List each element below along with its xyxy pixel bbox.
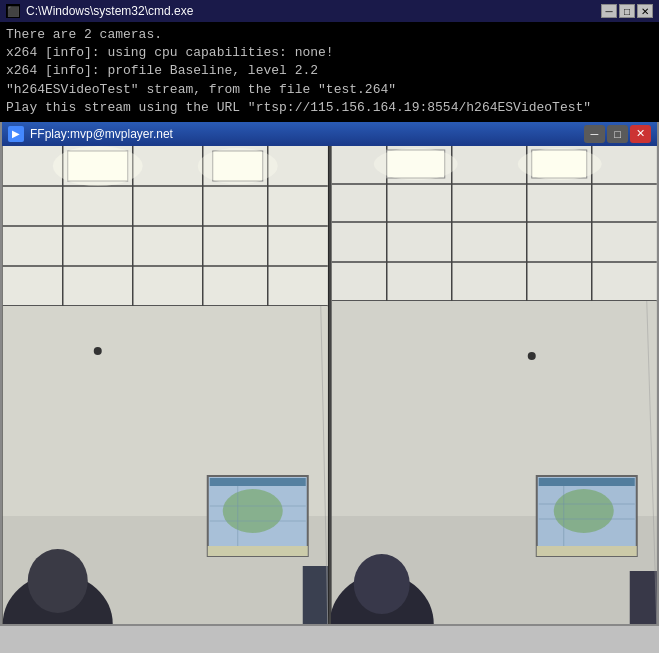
ffplay-titlebar-buttons: ─ □ ✕ xyxy=(584,125,651,143)
svg-point-15 xyxy=(198,148,278,184)
ffplay-window: ▶ FFplay:mvp@mvplayer.net ─ □ ✕ xyxy=(0,122,659,626)
svg-rect-26 xyxy=(208,546,308,556)
svg-point-43 xyxy=(517,148,601,180)
svg-point-49 xyxy=(527,352,535,360)
svg-point-18 xyxy=(94,347,102,355)
ffplay-close-button[interactable]: ✕ xyxy=(630,125,651,143)
svg-point-52 xyxy=(553,489,613,533)
svg-rect-29 xyxy=(303,566,328,624)
cmd-line-6: Play this stream using the URL "rtsp://1… xyxy=(6,99,653,117)
svg-rect-22 xyxy=(210,478,306,486)
video-frame-right xyxy=(329,146,658,624)
svg-rect-53 xyxy=(538,478,634,486)
svg-rect-57 xyxy=(536,546,636,556)
ffplay-maximize-button[interactable]: □ xyxy=(607,125,628,143)
room-bg-left xyxy=(2,146,329,624)
ffplay-titlebar: ▶ FFplay:mvp@mvplayer.net ─ □ ✕ xyxy=(2,122,657,146)
cmd-window: ⬛ C:\Windows\system32\cmd.exe ─ □ ✕ Ther… xyxy=(0,0,659,122)
svg-point-21 xyxy=(223,489,283,533)
cmd-minimize-button[interactable]: ─ xyxy=(601,4,617,18)
video-frame-left xyxy=(2,146,329,624)
cmd-icon: ⬛ xyxy=(6,4,20,18)
cmd-line-3: x264 [info]: profile Baseline, level 2.2 xyxy=(6,62,653,80)
ffplay-minimize-button[interactable]: ─ xyxy=(584,125,605,143)
svg-rect-60 xyxy=(629,571,656,624)
room-svg-left xyxy=(2,146,329,624)
cmd-line-2: x264 [info]: using cpu capabilities: non… xyxy=(6,44,653,62)
video-area xyxy=(2,146,657,624)
ffplay-icon: ▶ xyxy=(8,126,24,142)
svg-point-46 xyxy=(373,148,457,180)
room-svg-right xyxy=(331,146,658,624)
cmd-content: There are 2 cameras. x264 [info]: using … xyxy=(0,22,659,122)
cmd-close-button[interactable]: ✕ xyxy=(637,4,653,18)
cmd-maximize-button[interactable]: □ xyxy=(619,4,635,18)
cmd-titlebar-buttons: ─ □ ✕ xyxy=(601,4,653,18)
cmd-line-1: There are 2 cameras. xyxy=(6,26,653,44)
cmd-titlebar-left: ⬛ C:\Windows\system32\cmd.exe xyxy=(6,4,193,18)
cmd-line-5: "h264ESVideoTest" stream, from the file … xyxy=(6,81,653,99)
ffplay-titlebar-left: ▶ FFplay:mvp@mvplayer.net xyxy=(8,126,173,142)
cmd-title: C:\Windows\system32\cmd.exe xyxy=(26,4,193,18)
cmd-titlebar: ⬛ C:\Windows\system32\cmd.exe ─ □ ✕ xyxy=(0,0,659,22)
svg-point-28 xyxy=(28,549,88,613)
svg-point-12 xyxy=(53,146,143,186)
room-bg-right xyxy=(331,146,658,624)
svg-point-59 xyxy=(353,554,409,614)
ffplay-title: FFplay:mvp@mvplayer.net xyxy=(30,127,173,141)
